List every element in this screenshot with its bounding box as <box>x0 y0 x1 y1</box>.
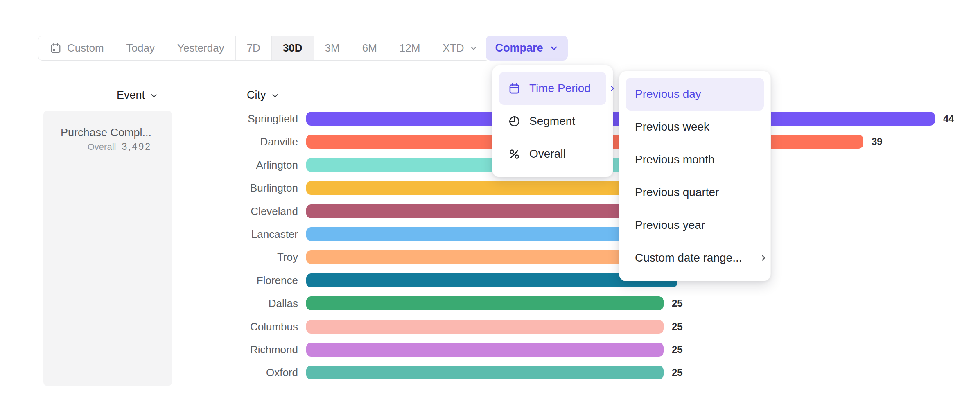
calendar-icon <box>508 82 521 95</box>
range-button-7d[interactable]: 7D <box>236 36 272 60</box>
range-button-label: 12M <box>400 42 420 54</box>
menu-item-segment[interactable]: Segment <box>499 105 606 138</box>
analytics-view: Springfield44Danville39ArlingtonBurlingt… <box>0 0 980 411</box>
compare-button-label: Compare <box>495 42 543 54</box>
menu-item-label: Previous month <box>635 153 715 166</box>
compare-button[interactable]: Compare <box>486 36 568 61</box>
event-name: Purchase Compl... <box>43 126 151 139</box>
range-button-label: Today <box>126 42 155 54</box>
menu-item-label: Previous week <box>635 120 709 133</box>
range-button-30d[interactable]: 30D <box>272 36 314 60</box>
bar-value: 25 <box>672 343 683 357</box>
menu-item-label: Custom date range... <box>635 251 742 264</box>
range-button-xtd[interactable]: XTD <box>431 36 489 60</box>
chevron-down-icon <box>549 43 559 53</box>
bar[interactable] <box>306 343 664 357</box>
bar-value: 39 <box>872 135 883 149</box>
chevron-right-icon <box>608 84 617 93</box>
range-button-6m[interactable]: 6M <box>351 36 388 60</box>
chevron-down-icon <box>271 91 280 100</box>
menu-item-overall[interactable]: Overall <box>499 138 606 170</box>
menu-item-label: Previous quarter <box>635 186 719 199</box>
submenu-item-previous-month[interactable]: Previous month <box>626 143 764 176</box>
time-period-submenu: Previous day Previous week Previous mont… <box>619 71 771 281</box>
event-metric-value: 3,492 <box>122 141 151 152</box>
chevron-down-icon <box>149 91 158 100</box>
compare-menu: Time Period Segment Overall <box>492 65 613 177</box>
menu-item-label: Previous day <box>635 88 701 101</box>
bar[interactable] <box>306 320 664 334</box>
submenu-item-previous-quarter[interactable]: Previous quarter <box>626 176 764 209</box>
range-button-yesterday[interactable]: Yesterday <box>166 36 236 60</box>
bar-value: 44 <box>943 112 954 126</box>
event-column-header[interactable]: Event <box>117 89 158 102</box>
city-column-header-label: City <box>247 89 266 102</box>
range-button-label: 6M <box>362 42 377 54</box>
event-column-header-label: Event <box>117 89 145 102</box>
submenu-item-previous-day[interactable]: Previous day <box>626 78 764 111</box>
range-button-label: XTD <box>443 42 464 54</box>
chevron-right-icon <box>759 253 768 262</box>
bar-value: 25 <box>672 320 683 334</box>
submenu-item-custom-date-range[interactable]: Custom date range... <box>626 242 764 274</box>
menu-item-time-period[interactable]: Time Period <box>499 72 606 105</box>
range-button-label: Yesterday <box>177 42 224 54</box>
chevron-down-icon <box>469 44 478 53</box>
range-button-12m[interactable]: 12M <box>388 36 432 60</box>
range-button-3m[interactable]: 3M <box>314 36 351 60</box>
percent-icon <box>508 148 521 160</box>
bar-value: 25 <box>672 366 683 379</box>
range-button-label: 3M <box>325 42 340 54</box>
range-button-label: 30D <box>283 42 303 54</box>
range-button-custom[interactable]: Custom <box>38 36 115 60</box>
range-button-today[interactable]: Today <box>115 36 166 60</box>
submenu-item-previous-week[interactable]: Previous week <box>626 111 764 143</box>
city-column-header[interactable]: City <box>247 89 280 102</box>
event-metric-label: Overall <box>88 142 116 152</box>
menu-item-label: Time Period <box>529 82 591 95</box>
bar[interactable] <box>306 366 664 379</box>
bar[interactable] <box>306 296 664 310</box>
segment-icon <box>508 115 521 128</box>
range-button-label: 7D <box>247 42 260 54</box>
date-range-toolbar: Custom Today Yesterday 7D 30D 3M 6M 12M … <box>38 36 490 61</box>
calendar-icon <box>50 42 62 54</box>
menu-item-label: Previous year <box>635 219 705 232</box>
menu-item-label: Overall <box>529 147 566 160</box>
range-button-label: Custom <box>67 42 104 54</box>
event-metric: Overall3,492 <box>43 141 151 152</box>
menu-item-label: Segment <box>529 115 575 128</box>
submenu-item-previous-year[interactable]: Previous year <box>626 209 764 242</box>
event-card[interactable]: Purchase Compl... Overall3,492 <box>43 111 172 386</box>
bar-value: 25 <box>672 296 683 310</box>
